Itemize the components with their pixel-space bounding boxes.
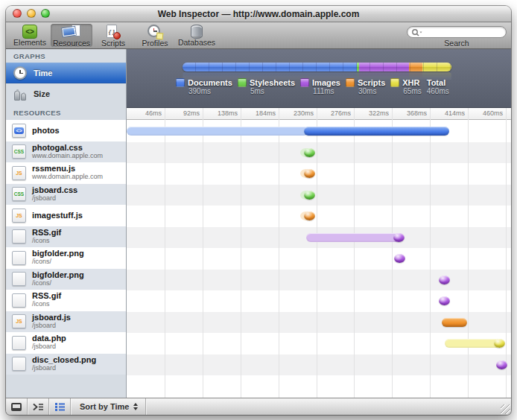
resource-dot-images <box>439 296 450 305</box>
ruler-tick-label: 230ms <box>275 109 314 117</box>
zoom-button[interactable] <box>41 9 50 18</box>
timeline-row-photos <box>127 121 511 142</box>
close-button[interactable] <box>13 9 22 18</box>
sidebar-resource-bigfolder.png[interactable]: bigfolder.png/icons/ <box>6 269 126 290</box>
timeline-row-jsboard.css <box>127 185 511 206</box>
ruler-tick-label: 138ms <box>199 109 238 117</box>
sidebar-item-size[interactable]: Size <box>6 83 126 104</box>
list-view-button[interactable] <box>49 398 71 415</box>
resources-icon <box>63 25 81 39</box>
resource-dot-stylesheets <box>304 148 315 157</box>
window-title: Web Inspector — http://www.domain.apple.… <box>158 9 360 19</box>
sidebar-resource-rssmenu.js[interactable]: JSrssmenu.jswww.domain.apple.com <box>6 162 126 184</box>
timeline-row-RSS.gif <box>127 290 511 312</box>
resource-path: /icons <box>32 237 61 245</box>
sidebar-resource-disc_closed.png[interactable]: disc_closed.png/jsboard <box>6 354 126 375</box>
legend-item-images: Images111ms <box>300 78 340 96</box>
html-file-icon: <> <box>12 124 26 138</box>
summary-segment-documents <box>183 63 357 71</box>
legend-item-xhr: XHR65ms <box>390 78 421 96</box>
timeline-row-imagestuff.js <box>127 206 511 227</box>
summary-bar <box>183 63 451 71</box>
ruler-tick-label: 46ms <box>123 109 162 117</box>
sidebar-item-time[interactable]: Time <box>6 63 126 83</box>
sidebar-resource-jsboard.js[interactable]: JSjsboard.js/jsboard <box>6 311 126 333</box>
resource-text: disc_closed.png/jsboard <box>32 356 96 372</box>
legend-item-documents: Documents390ms <box>176 78 232 96</box>
console-button[interactable] <box>28 398 49 415</box>
legend-item-scripts: Scripts30ms <box>346 78 385 96</box>
latency-bar-documents <box>127 127 308 136</box>
resource-name: bigfolder.png <box>32 271 84 279</box>
toolbar-button-databases[interactable]: Databases <box>176 24 218 47</box>
resource-dot-images <box>393 233 405 242</box>
timeline-row-photogal.css <box>127 142 511 164</box>
sidebar-resource-jsboard.css[interactable]: CSSjsboard.css/jsboard <box>6 184 126 206</box>
toolbar-button-resources[interactable]: Resources <box>51 24 92 47</box>
timeline-rows <box>127 121 511 375</box>
sidebar-resource-RSS.gif[interactable]: RSS.gif/icons <box>6 290 126 311</box>
resource-dot-scripts <box>304 169 315 178</box>
sidebar-resource-photos[interactable]: <>photos <box>6 120 126 141</box>
timeline-row-RSS.gif <box>127 227 511 249</box>
sidebar-resource-photogal.css[interactable]: CSSphotogal.csswww.domain.apple.com <box>6 141 126 163</box>
legend-item-total: Total460ms <box>427 78 449 96</box>
latency-bar-images <box>306 233 403 242</box>
resource-text: bigfolder.png/icons/ <box>32 271 84 287</box>
ruler-tick-label: 276ms <box>312 109 351 117</box>
latency-bar-xhr <box>445 339 501 348</box>
scripts-icon: { } <box>106 25 121 39</box>
download-bar-documents <box>304 127 449 136</box>
legend-label: Images <box>312 78 340 87</box>
toolbar-button-label: Databases <box>178 39 215 47</box>
plain-file-icon <box>12 272 26 286</box>
css-file-icon: CSS <box>12 144 26 159</box>
legend-swatch-images <box>300 78 309 87</box>
timeline-grid: 46ms92ms138ms184ms230ms276ms322ms368ms41… <box>127 108 511 398</box>
legend-swatch-scripts <box>346 78 355 87</box>
resource-name: disc_closed.png <box>32 356 96 364</box>
sidebar-resource-imagestuff.js[interactable]: JSimagestuff.js <box>6 205 126 226</box>
dock-panel-button[interactable] <box>6 398 28 415</box>
legend-value: 390ms <box>188 87 232 96</box>
plain-file-icon <box>12 336 26 350</box>
profiles-icon <box>148 25 163 39</box>
ruler-tick-label: 92ms <box>161 109 200 117</box>
sidebar-resource-bigfolder.png[interactable]: bigfolder.png/icons/ <box>6 247 126 269</box>
legend-value: 460ms <box>427 87 449 96</box>
legend-label: Scripts <box>358 78 385 87</box>
statusbar: Sort by Time <box>6 398 511 415</box>
js-file-icon: JS <box>12 209 26 223</box>
toolbar-button-scripts[interactable]: { }Scripts <box>92 24 134 47</box>
resource-text: rssmenu.jswww.domain.apple.com <box>32 165 103 181</box>
sort-by-label: Sort by Time <box>80 402 129 411</box>
resize-grip[interactable] <box>501 404 510 414</box>
resources-header: RESOURCES <box>6 104 126 120</box>
minimize-button[interactable] <box>27 9 36 18</box>
resource-path: www.domain.apple.com <box>32 173 103 181</box>
toolbar-button-elements[interactable]: <>Elements <box>9 24 51 47</box>
toolbar-button-profiles[interactable]: Profiles <box>134 24 176 47</box>
sidebar-resource-RSS.gif[interactable]: RSS.gif/icons <box>6 226 126 248</box>
summary-segment-xhr <box>422 63 451 71</box>
content: GRAPHS TimeSize RESOURCES <>photosCSSpho… <box>6 49 511 398</box>
toolbar-buttons: <>ElementsResources{ }ScriptsProfilesDat… <box>9 23 218 48</box>
search-input[interactable] <box>407 26 507 38</box>
resource-dot-images <box>496 360 507 369</box>
ruler-tick-label: 414ms <box>426 109 465 117</box>
resource-path: /jsboard <box>32 194 77 203</box>
sidebar-resource-data.php[interactable]: data.php/jsboard <box>6 332 126 354</box>
titlebar[interactable]: Web Inspector — http://www.domain.apple.… <box>6 6 511 22</box>
legend-value: 30ms <box>358 87 385 96</box>
summary-legend: Documents390msStylesheets5msImages111msS… <box>176 78 449 96</box>
sort-by-dropdown[interactable]: Sort by Time <box>71 398 146 415</box>
resource-path: /jsboard <box>32 343 66 351</box>
traffic-lights <box>13 9 50 18</box>
plain-file-icon <box>12 293 26 308</box>
resource-path: /jsboard <box>32 364 96 372</box>
search-icon <box>411 28 423 36</box>
sort-arrows-icon <box>133 403 138 410</box>
timeline-row-jsboard.js <box>127 312 511 334</box>
resource-name: RSS.gif <box>32 229 61 237</box>
resource-text: photos <box>32 127 60 135</box>
